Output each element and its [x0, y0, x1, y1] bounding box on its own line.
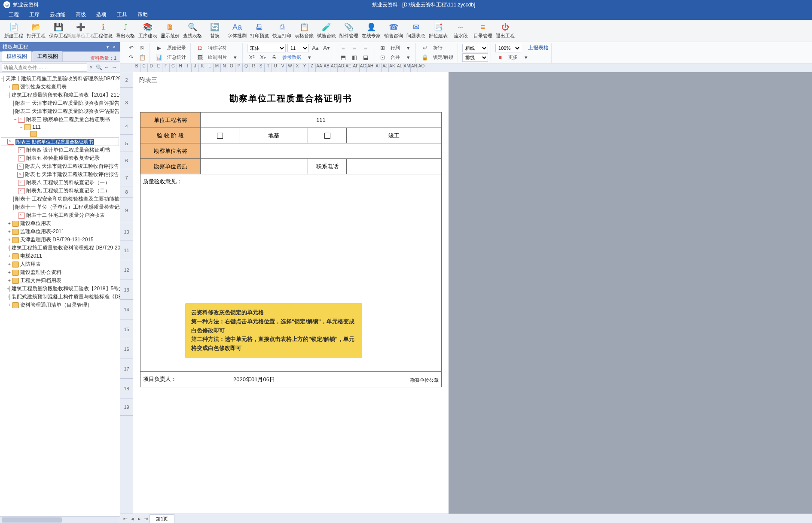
col-header[interactable]: F: [162, 64, 170, 72]
tab-project-view[interactable]: 工程视图: [33, 51, 63, 61]
col-header[interactable]: V: [279, 64, 287, 72]
col-header[interactable]: AB: [323, 64, 330, 72]
thin-line-select[interactable]: 排线: [462, 53, 488, 62]
row-header[interactable]: 6: [120, 152, 133, 169]
row-header[interactable]: 15: [120, 319, 133, 339]
toolbar-试验台账[interactable]: 🧪试验台账: [315, 21, 338, 41]
tree-node[interactable]: +建设监理协会资料: [1, 268, 119, 277]
col-header[interactable]: AH: [367, 64, 374, 72]
col-header[interactable]: AO: [418, 64, 425, 72]
search-go-icon[interactable]: 🔍: [95, 64, 103, 71]
col-header[interactable]: AG: [360, 64, 367, 72]
col-header[interactable]: AE: [345, 64, 352, 72]
toolbar-附件管理[interactable]: 📎附件管理: [338, 21, 360, 41]
row-header[interactable]: 2: [120, 72, 133, 88]
row-header[interactable]: 3: [120, 88, 133, 118]
subscript-button[interactable]: X₂: [258, 53, 268, 62]
toolbar-部位建表[interactable]: 📑部位建表: [427, 21, 449, 41]
align-center-icon[interactable]: ≡: [350, 44, 359, 52]
tree-node[interactable]: +人防用表: [1, 260, 119, 268]
rowcol-button[interactable]: 行列: [389, 44, 402, 52]
tree-node[interactable]: +工程文件归档用表: [1, 277, 119, 285]
align-left-icon[interactable]: ≡: [339, 44, 348, 52]
more-button[interactable]: 更多: [507, 53, 519, 62]
col-header[interactable]: AL: [396, 64, 403, 72]
search-next-icon[interactable]: →: [110, 64, 118, 71]
checkbox-foundation[interactable]: [217, 133, 223, 139]
col-header[interactable]: C: [140, 64, 148, 72]
col-header[interactable]: AD: [338, 64, 345, 72]
expand-icon[interactable]: +: [7, 246, 9, 250]
row-header[interactable]: 10: [120, 223, 133, 240]
toolbar-查找表格[interactable]: 🔍查找表格: [181, 21, 204, 41]
col-header[interactable]: G: [170, 64, 177, 72]
upload-link[interactable]: 上报表格: [528, 44, 549, 52]
cell-opinion[interactable]: 质量验收意见： 云资料修改灰色锁定的单元格第一种方法：右键点击单元格位置，选择"…: [140, 174, 442, 372]
row-header[interactable]: 19: [120, 398, 133, 416]
sheet-nav-first-icon[interactable]: ⇤: [122, 516, 129, 522]
col-header[interactable]: Z: [308, 64, 316, 72]
toolbar-工程信息[interactable]: ℹ工程信息: [92, 21, 114, 41]
col-header[interactable]: K: [199, 64, 206, 72]
valign-top-icon[interactable]: ⬒: [339, 53, 348, 62]
row-header[interactable]: 5: [120, 135, 133, 152]
strikethrough-button[interactable]: S̶: [269, 53, 279, 62]
tree-node[interactable]: +监理单位用表-2011: [1, 228, 119, 236]
tree-node[interactable]: 附表二 天津市建设工程质量阶段验收评估报告: [1, 107, 119, 116]
align-right-icon[interactable]: ≡: [361, 44, 370, 52]
tree-node[interactable]: 附表三 勘察单位工程质量合格证明书: [1, 137, 119, 146]
toolbar-工序建表[interactable]: 📚工序建表: [137, 21, 159, 41]
menu-cloud[interactable]: 云功能: [45, 10, 70, 19]
col-header[interactable]: M: [214, 64, 221, 72]
toolbar-打印预览[interactable]: 🖶打印预览: [248, 21, 271, 41]
tree-node[interactable]: 附表六 天津市建设工程竣工验收自评报告: [1, 162, 119, 170]
search-prev-icon[interactable]: ←: [103, 64, 110, 71]
tree-node[interactable]: −附表三 勘察单位工程质量合格证明书: [1, 116, 119, 124]
sheet-nav-prev-icon[interactable]: ◂: [129, 516, 136, 522]
tree-node[interactable]: −建筑工程质量阶段验收和竣工验收【2014】211号文: [1, 91, 119, 99]
expand-icon[interactable]: +: [7, 221, 12, 226]
expand-icon[interactable]: −: [19, 125, 24, 130]
tree-node[interactable]: 附表十一 单位（子单位）工程观感质量检查记录: [1, 203, 119, 211]
total-stat-button[interactable]: 汇总统计: [165, 53, 188, 62]
toolbar-表格台账[interactable]: 📋表格台账: [293, 21, 315, 41]
stat-icon[interactable]: 📊: [154, 53, 164, 62]
expand-icon[interactable]: +: [7, 303, 12, 307]
paste-button[interactable]: 📋: [137, 53, 147, 62]
col-header[interactable]: AF: [352, 64, 360, 72]
row-header[interactable]: 17: [120, 359, 133, 379]
col-header[interactable]: Y: [301, 64, 308, 72]
lock-button[interactable]: 锁定/解锁: [431, 53, 455, 62]
menu-project[interactable]: 工程: [3, 10, 24, 19]
expand-icon[interactable]: +: [7, 254, 12, 258]
cell-survey-qual-value[interactable]: [201, 159, 308, 174]
tree-node[interactable]: +电梯2011: [1, 252, 119, 260]
tree-node[interactable]: 附表五 检验批质量验收复查记录: [1, 154, 119, 162]
col-header[interactable]: P: [235, 64, 243, 72]
tree-node[interactable]: +建筑工程施工质量验收资料管理规程 DB/T29-209-2011: [1, 244, 119, 252]
row-header[interactable]: 11: [120, 240, 133, 260]
expand-icon[interactable]: +: [7, 278, 12, 283]
copy-button[interactable]: ⎘: [137, 44, 147, 52]
font-size-select[interactable]: 11: [287, 44, 309, 52]
toolbar-打开工程[interactable]: 📂打开工程: [25, 21, 47, 41]
row-header[interactable]: 8: [120, 186, 133, 198]
col-header[interactable]: Q: [243, 64, 250, 72]
tree-node[interactable]: +资料管理通用清单（目录管理）: [1, 301, 119, 309]
col-header[interactable]: I: [184, 64, 192, 72]
toolbar-显示范例[interactable]: 🗎显示范例: [159, 21, 181, 41]
toolbar-字体批刷[interactable]: Aa字体批刷: [226, 21, 248, 41]
document-canvas[interactable]: 附表三 勘察单位工程质量合格证明书 单位工程名称 111 验 收 阶 段: [133, 72, 812, 514]
tree-node[interactable]: 附表八 工程竣工资料核查记录（一）: [1, 179, 119, 187]
superscript-button[interactable]: X²: [247, 53, 256, 62]
expand-icon[interactable]: −: [13, 117, 18, 122]
draw-pic-dropdown-icon[interactable]: ▾: [230, 53, 240, 62]
tree-node[interactable]: +建筑工程质量阶段验收和竣工验收【2018】5号文: [1, 285, 119, 293]
expand-icon[interactable]: −: [1, 76, 3, 81]
checkbox-completion[interactable]: [324, 133, 330, 139]
col-header[interactable]: R: [250, 64, 257, 72]
font-dec-icon[interactable]: A▾: [322, 44, 331, 52]
toolbar-导出表格[interactable]: ⤴导出表格: [114, 21, 137, 41]
toolbar-新建单位工程[interactable]: ➕新建单位工程: [70, 21, 92, 41]
menu-help[interactable]: 帮助: [132, 10, 153, 19]
